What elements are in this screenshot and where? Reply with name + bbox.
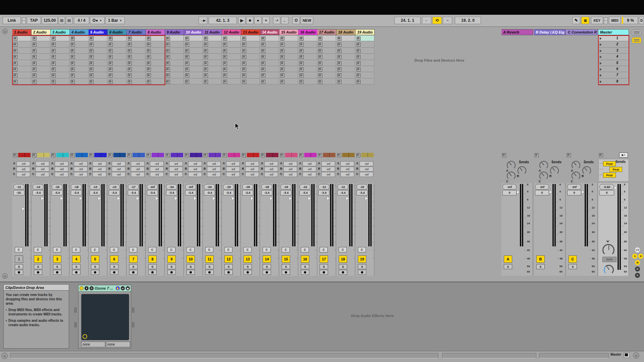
time-signature-field[interactable]: 4 / 4: [74, 17, 89, 24]
arm-button[interactable]: [72, 270, 80, 275]
clip-slot[interactable]: [222, 79, 241, 84]
clip-slot[interactable]: [32, 48, 50, 54]
send-amount[interactable]: -inf: [150, 167, 164, 172]
send-a-knob[interactable]: [572, 161, 580, 170]
clip-slot[interactable]: [336, 36, 355, 41]
clip-stop-button[interactable]: [337, 49, 341, 53]
clip-stop-button[interactable]: [261, 49, 265, 53]
volume-fader[interactable]: [270, 197, 273, 200]
clip-stop-button[interactable]: [128, 55, 132, 59]
track-stop-button[interactable]: [337, 153, 341, 157]
clip-stop-button[interactable]: [147, 49, 151, 53]
clip-slot[interactable]: [222, 72, 241, 78]
arm-button[interactable]: [224, 270, 233, 275]
track-stop-button[interactable]: [502, 153, 506, 157]
return-activator-button[interactable]: B: [536, 255, 545, 263]
clip-stop-button[interactable]: [90, 43, 94, 47]
send-b-knob[interactable]: [518, 166, 526, 175]
clip-stop-button[interactable]: [357, 80, 361, 84]
solo-button[interactable]: S: [339, 264, 347, 269]
clip-slot[interactable]: [222, 36, 241, 41]
clip-slot[interactable]: [146, 48, 165, 54]
clip-stop-button[interactable]: [261, 73, 265, 77]
clip-slot[interactable]: [317, 79, 336, 84]
scene-launch-icon[interactable]: [600, 74, 602, 77]
return-track-header[interactable]: A Reverb: [501, 29, 533, 35]
clip-slot[interactable]: [279, 48, 298, 54]
clip-stop-button[interactable]: [280, 80, 284, 84]
send-amount[interactable]: -inf: [303, 172, 316, 177]
arm-button[interactable]: [263, 270, 271, 275]
track-header[interactable]: 3 Audio: [51, 29, 70, 35]
clip-slot[interactable]: [222, 42, 241, 48]
solo-button[interactable]: S: [358, 264, 366, 269]
clip-slot[interactable]: [12, 54, 31, 60]
clip-stop-button[interactable]: [71, 43, 75, 47]
send-amount[interactable]: -inf: [131, 167, 145, 172]
clip-slot[interactable]: [317, 66, 336, 72]
arm-button[interactable]: [91, 270, 99, 275]
device-title-bar[interactable]: ▼ ⚙ Ozone 7 ... ✋ ⇄ ▣: [78, 285, 131, 292]
send-b-knob[interactable]: [582, 166, 591, 175]
clip-stop-button[interactable]: [204, 55, 208, 59]
clip-slot[interactable]: [51, 42, 69, 48]
clip-stop-button[interactable]: [204, 37, 208, 41]
volume-fader[interactable]: [251, 197, 254, 200]
clip-slot[interactable]: [356, 54, 374, 60]
clip-stop-button[interactable]: [109, 73, 113, 77]
clip-stop-button[interactable]: [318, 37, 322, 41]
clip-stop-button[interactable]: [33, 49, 37, 53]
clip-slot[interactable]: [127, 42, 146, 48]
send-amount[interactable]: -inf: [93, 167, 106, 172]
send-amount[interactable]: -inf: [169, 167, 183, 172]
clip-slot[interactable]: [203, 42, 222, 48]
track-activator-button[interactable]: 12: [224, 255, 233, 263]
send-amount[interactable]: -inf: [245, 167, 259, 172]
clip-slot[interactable]: [70, 36, 89, 41]
clip-stop-button[interactable]: [71, 55, 75, 59]
clip-slot[interactable]: [184, 42, 203, 48]
track-stop-button[interactable]: [127, 153, 131, 157]
clip-slot[interactable]: [108, 48, 126, 54]
clip-stop-button[interactable]: [109, 80, 113, 84]
send-amount[interactable]: -inf: [131, 172, 145, 177]
track-header[interactable]: 19 Audio: [356, 29, 375, 35]
arm-button[interactable]: [358, 270, 366, 275]
clip-stop-button[interactable]: [13, 61, 17, 65]
clip-slot[interactable]: [222, 48, 241, 54]
clip-stop-button[interactable]: [337, 80, 341, 84]
clip-slot[interactable]: [127, 66, 146, 72]
clip-stop-button[interactable]: [242, 61, 246, 65]
clip-slot[interactable]: [51, 48, 69, 54]
clip-slot[interactable]: [299, 42, 317, 48]
clip-stop-button[interactable]: [147, 37, 151, 41]
pan-control[interactable]: C: [320, 247, 328, 252]
clip-slot[interactable]: [12, 72, 31, 78]
clip-slot[interactable]: [317, 60, 336, 66]
clip-slot[interactable]: [89, 36, 107, 41]
clip-stop-button[interactable]: [318, 73, 322, 77]
clip-slot[interactable]: [356, 79, 374, 84]
clip-stop-button[interactable]: [71, 73, 75, 77]
clip-stop-button[interactable]: [223, 67, 227, 71]
volume-field[interactable]: -10.: [13, 190, 24, 195]
clip-slot[interactable]: [241, 66, 260, 72]
solo-button[interactable]: S: [569, 264, 577, 269]
send-amount[interactable]: -inf: [340, 172, 354, 177]
clip-stop-button[interactable]: [242, 49, 246, 53]
clip-stop-button[interactable]: [185, 80, 189, 84]
track-activator-button[interactable]: 3: [53, 255, 61, 263]
clip-slot[interactable]: [108, 36, 126, 41]
clip-slot[interactable]: [299, 36, 317, 41]
send-amount[interactable]: -inf: [340, 167, 354, 172]
clip-stop-button[interactable]: [280, 37, 284, 41]
clip-stop-button[interactable]: [128, 49, 132, 53]
master-pan-knob[interactable]: [602, 244, 614, 256]
clip-slot[interactable]: [336, 66, 355, 72]
clip-stop-button[interactable]: [300, 37, 304, 41]
clip-stop-button[interactable]: [128, 37, 132, 41]
clip-stop-button[interactable]: [242, 80, 246, 84]
clip-stop-button[interactable]: [128, 73, 132, 77]
send-amount[interactable]: -inf: [360, 161, 373, 166]
clip-slot[interactable]: [260, 36, 279, 41]
